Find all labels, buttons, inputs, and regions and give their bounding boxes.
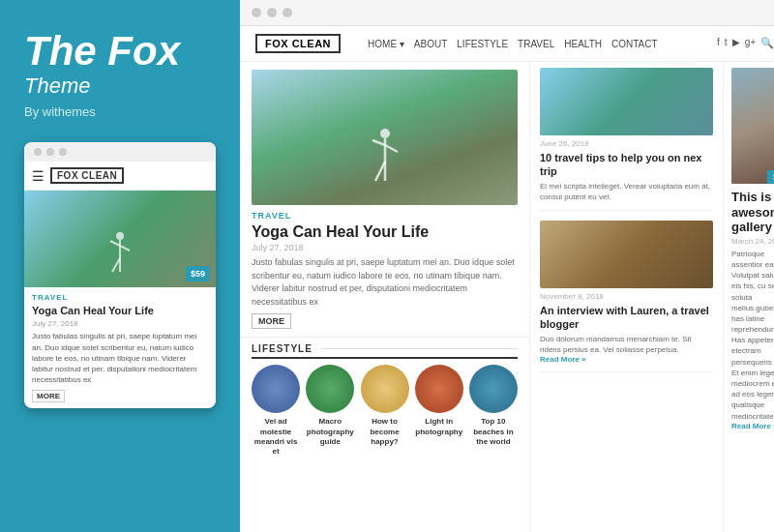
lifestyle-item-3: How to become happy?: [360, 365, 408, 458]
mid-article-2-excerpt: Duo dolorum mandamus menarchiam te. Sit …: [540, 334, 713, 355]
lifestyle-caption-4: Light in photography: [415, 417, 463, 437]
article-tag: TRAVEL: [252, 211, 518, 221]
nav-icons: f t ▶ g+ 🔍 ≡: [717, 37, 774, 50]
nav-health[interactable]: HEALTH: [564, 39, 602, 49]
lifestyle-caption-5: Top 10 beaches in the world: [469, 417, 518, 447]
search-icon[interactable]: 🔍: [760, 37, 774, 50]
middle-column: June 26, 2018 10 travel tips to help you…: [530, 62, 724, 532]
yoga-figure: [371, 128, 400, 191]
browser-chrome: [240, 0, 774, 26]
right-article-title: This is an awesome gallery: [731, 190, 774, 235]
lifestyle-caption-2: Macro photography guide: [306, 417, 354, 447]
mini-dot-1: [34, 148, 42, 156]
mini-article-title: Yoga Can Heal Your Life: [32, 304, 208, 317]
svg-point-0: [116, 232, 124, 240]
lifestyle-item-5: Top 10 beaches in the world: [469, 365, 518, 458]
site-nav-links: HOME ▾ ABOUT LIFESTYLE TRAVEL HEALTH CON…: [368, 39, 701, 49]
lifestyle-circle-3: [361, 365, 409, 413]
browser-dot-2: [267, 8, 277, 17]
mini-article-image: $59: [24, 191, 216, 287]
mid-article-1-image: [540, 68, 713, 135]
svg-line-4: [112, 258, 120, 272]
browser-dot-1: [252, 8, 261, 17]
right-article-date: March 24, 2018: [731, 237, 774, 246]
mini-price-badge: $59: [186, 266, 210, 281]
lifestyle-circle-1: [252, 365, 300, 413]
more-button[interactable]: MORE: [252, 313, 291, 329]
main-column: TRAVEL Yoga Can Heal Your Life July 27, …: [240, 62, 530, 532]
mid-article-1-excerpt: Ei mei scripta intelleget. Verear volupt…: [540, 181, 713, 202]
site-content: TRAVEL Yoga Can Heal Your Life July 27, …: [240, 62, 774, 532]
article-excerpt: Justo fabulas singulis at pri, saepe lup…: [252, 256, 518, 309]
mini-browser-mockup: ☰ FOX CLEAN $59 TRAVEL Yoga Can Heal You…: [24, 142, 216, 408]
mid-article-2-title: An interview with Lauren, a travel blogg…: [540, 304, 713, 332]
right-panel: FOX CLEAN HOME ▾ ABOUT LIFESTYLE TRAVEL …: [240, 0, 774, 532]
mid-article-2-image: [540, 221, 713, 288]
lifestyle-caption-1: Vel ad molestie meandri vis et: [252, 417, 300, 458]
mid-read-more-2[interactable]: Read More »: [540, 355, 713, 364]
lifestyle-grid: Vel ad molestie meandri vis et Macro pho…: [252, 365, 518, 458]
theme-subtitle: Theme: [24, 74, 216, 99]
mini-dot-2: [46, 148, 54, 156]
svg-line-2: [110, 241, 120, 246]
svg-line-9: [385, 145, 398, 152]
nav-about[interactable]: ABOUT: [414, 39, 447, 49]
nav-travel[interactable]: TRAVEL: [518, 39, 554, 49]
mini-nav: ☰ FOX CLEAN: [24, 162, 216, 191]
youtube-icon[interactable]: ▶: [732, 37, 740, 50]
browser-dot-3: [283, 8, 292, 17]
svg-point-6: [380, 129, 390, 138]
nav-contact[interactable]: CONTACT: [611, 39, 658, 49]
mid-article-1-date: June 26, 2018: [540, 139, 713, 148]
mid-article-2: November 8, 2018 An interview with Laure…: [540, 221, 713, 372]
article-date: July 27, 2018: [252, 243, 518, 252]
lifestyle-caption-3: How to become happy?: [360, 417, 408, 447]
featured-image: [252, 70, 518, 205]
mini-browser-bar: [24, 142, 216, 162]
mini-more-button[interactable]: MORE: [32, 390, 65, 402]
hands-bg: [731, 68, 774, 184]
mini-content: ☰ FOX CLEAN $59 TRAVEL Yoga Can Heal You…: [24, 162, 216, 408]
svg-line-3: [120, 246, 130, 251]
lifestyle-header: LIFESTYLE: [252, 343, 518, 359]
right-article-image: $59: [731, 68, 774, 184]
mid-article-1-title: 10 travel tips to help you on nex trip: [540, 151, 713, 179]
svg-line-8: [372, 140, 385, 145]
right-read-more[interactable]: Read More »: [731, 422, 774, 430]
mini-dot-3: [59, 148, 67, 156]
right-article-excerpt: Patrioque assentior ea vim. Volutpat sal…: [731, 249, 774, 422]
mid-article-1: June 26, 2018 10 travel tips to help you…: [540, 68, 713, 211]
lifestyle-circle-2: [306, 365, 354, 413]
lifestyle-item-2: Macro photography guide: [306, 365, 354, 458]
theme-title: The Fox: [24, 29, 216, 74]
facebook-icon[interactable]: f: [717, 37, 720, 50]
price-badge: $59: [767, 170, 774, 184]
mini-logo: FOX CLEAN: [50, 167, 124, 184]
browser-body: FOX CLEAN HOME ▾ ABOUT LIFESTYLE TRAVEL …: [240, 26, 774, 532]
lifestyle-circle-4: [415, 365, 463, 413]
lifestyle-item-1: Vel ad molestie meandri vis et: [252, 365, 300, 458]
left-panel: The Fox Theme By withemes ☰ FOX CLEAN: [0, 0, 240, 532]
site-logo[interactable]: FOX CLEAN: [255, 34, 341, 53]
hamburger-icon: ☰: [32, 168, 45, 184]
lifestyle-divider: [320, 348, 518, 349]
site-nav: FOX CLEAN HOME ▾ ABOUT LIFESTYLE TRAVEL …: [240, 26, 774, 62]
googleplus-icon[interactable]: g+: [745, 37, 756, 50]
twitter-icon[interactable]: t: [725, 37, 728, 50]
mid-article-2-date: November 8, 2018: [540, 292, 713, 301]
mini-article-info: TRAVEL Yoga Can Heal Your Life July 27, …: [24, 287, 216, 408]
mini-date: July 27, 2018: [32, 319, 208, 328]
lifestyle-section: LIFESTYLE Vel ad molestie meandri vis et…: [240, 337, 529, 463]
mini-excerpt: Justo fabulas singulis at pri, saepe lup…: [32, 331, 208, 385]
nav-home[interactable]: HOME ▾: [368, 39, 404, 49]
svg-line-10: [375, 162, 385, 181]
featured-article: TRAVEL Yoga Can Heal Your Life July 27, …: [240, 62, 530, 337]
article-title: Yoga Can Heal Your Life: [252, 222, 518, 241]
mini-yoga-figure: [108, 231, 132, 280]
mini-tag: TRAVEL: [32, 293, 208, 302]
nav-lifestyle[interactable]: LIFESTYLE: [457, 39, 508, 49]
lifestyle-circle-5: [469, 365, 518, 413]
by-line: By withemes: [24, 104, 216, 119]
right-column: $59 W This is an awesome gallery March 2…: [724, 62, 774, 532]
lifestyle-item-4: Light in photography: [415, 365, 463, 458]
